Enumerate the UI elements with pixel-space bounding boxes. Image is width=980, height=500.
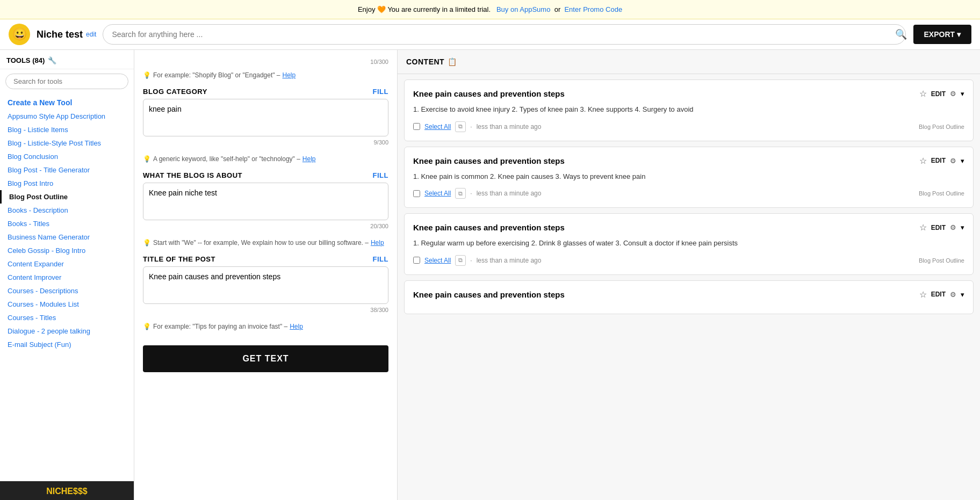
what-blog-label-row: WHAT THE BLOG IS ABOUT FILL <box>143 171 388 179</box>
sidebar-item-courses-desc[interactable]: Courses - Descriptions <box>0 284 134 298</box>
card-2-select-all[interactable]: Select All <box>424 190 451 197</box>
sidebar-item-blog-post-intro[interactable]: Blog Post Intro <box>0 177 134 190</box>
blog-category-hint-text: A generic keyword, like "self-help" or "… <box>153 155 300 163</box>
middle-panel: 10/300 💡 For example: "Shopify Blog" or … <box>134 50 398 500</box>
what-blog-label: WHAT THE BLOG IS ABOUT <box>143 171 242 179</box>
sidebar-item-content-improver[interactable]: Content Improver <box>0 271 134 284</box>
sidebar-item-content-expander[interactable]: Content Expander <box>0 257 134 271</box>
buy-appsumo-link[interactable]: Buy on AppSumo <box>496 5 550 13</box>
tools-label: TOOLS (84) <box>6 56 45 64</box>
sidebar-item-books-description[interactable]: Books - Description <box>0 204 134 217</box>
get-text-button[interactable]: GET TEXT <box>143 345 388 372</box>
sidebar-list: Create a New Tool Appsumo Style App Desc… <box>0 93 134 481</box>
card-3-select-all[interactable]: Select All <box>424 257 451 264</box>
sidebar-item-blog-listicle[interactable]: Blog - Listicle Items <box>0 123 134 136</box>
title-hint-link[interactable]: Help <box>290 323 303 330</box>
enter-promo-link[interactable]: Enter Promo Code <box>564 5 622 13</box>
card-2-checkbox[interactable] <box>413 190 420 197</box>
card-1-title: Knee pain causes and prevention steps <box>413 89 565 98</box>
card-4-gear-icon[interactable]: ⚙ <box>950 291 956 299</box>
card-3-dropdown-icon[interactable]: ▾ <box>961 223 964 231</box>
card-2-star-icon[interactable]: ☆ <box>919 156 927 166</box>
card-2-body: 1. Knee pain is common 2. Knee pain caus… <box>413 171 964 182</box>
sidebar: TOOLS (84) 🔧 Create a New Tool Appsumo S… <box>0 50 134 500</box>
blog-category-group: BLOG CATEGORY FILL knee pain 9/300 <box>143 88 388 146</box>
what-blog-count: 20/300 <box>143 223 388 229</box>
sidebar-item-books-titles[interactable]: Books - Titles <box>0 217 134 230</box>
global-search-input[interactable] <box>103 24 905 45</box>
search-icon[interactable]: 🔍 <box>895 28 907 40</box>
card-2-footer-left: Select All ⧉ · less than a minute ago <box>413 188 541 199</box>
sidebar-item-blog-post-outline[interactable]: Blog Post Outline <box>0 190 134 204</box>
card-4-edit-button[interactable]: EDIT <box>931 291 946 298</box>
top-counter: 10/300 <box>143 59 388 65</box>
what-blog-hint-link[interactable]: Help <box>371 239 384 247</box>
card-1-body: 1. Exercise to avoid knee injury 2. Type… <box>413 104 964 115</box>
card-4-star-icon[interactable]: ☆ <box>919 289 927 300</box>
card-3-actions: ☆ EDIT ⚙ ▾ <box>919 222 964 233</box>
top-hint: 💡 For example: "Shopify Blog" or "Engadg… <box>143 71 388 79</box>
sidebar-logo: NICHE$$$ <box>0 481 134 500</box>
what-blog-hint-text: Start with "We" -- for example, We expla… <box>153 239 369 247</box>
logo: 😀 <box>9 24 30 45</box>
blog-category-input[interactable]: knee pain <box>143 99 388 136</box>
blog-category-count: 9/300 <box>143 139 388 146</box>
sidebar-item-email-subject[interactable]: E-mail Subject (Fun) <box>0 338 134 351</box>
main-layout: TOOLS (84) 🔧 Create a New Tool Appsumo S… <box>0 50 980 500</box>
title-fill[interactable]: FILL <box>373 255 388 263</box>
sidebar-item-courses-modules[interactable]: Courses - Modules List <box>0 298 134 311</box>
card-2-footer: Select All ⧉ · less than a minute ago Bl… <box>413 188 964 199</box>
card-1-footer: Select All ⧉ · less than a minute ago Bl… <box>413 121 964 132</box>
what-blog-hint: 💡 Start with "We" -- for example, We exp… <box>143 239 388 247</box>
card-1-copy-icon[interactable]: ⧉ <box>455 121 466 132</box>
sidebar-item-courses-titles[interactable]: Courses - Titles <box>0 311 134 324</box>
sidebar-item-blog-conclusion[interactable]: Blog Conclusion <box>0 150 134 163</box>
card-1-checkbox[interactable] <box>413 123 420 130</box>
blog-category-hint-link[interactable]: Help <box>302 155 316 163</box>
sidebar-item-appsumo[interactable]: Appsumo Style App Description <box>0 110 134 123</box>
sidebar-item-blog-listicle-titles[interactable]: Blog - Listicle-Style Post Titles <box>0 136 134 150</box>
card-1-type: Blog Post Outline <box>919 124 964 130</box>
export-button[interactable]: EXPORT ▾ <box>913 25 971 44</box>
top-hint-link[interactable]: Help <box>283 71 296 79</box>
sidebar-item-create-new[interactable]: Create a New Tool <box>0 96 134 110</box>
title-input[interactable]: Knee pain causes and prevention steps <box>143 266 388 304</box>
what-blog-input[interactable]: Knee pain niche test <box>143 183 388 220</box>
card-2-dropdown-icon[interactable]: ▾ <box>961 157 964 165</box>
card-1-time: less than a minute ago <box>477 123 542 131</box>
sidebar-item-blog-post-title[interactable]: Blog Post - Title Generator <box>0 163 134 177</box>
edit-link[interactable]: edit <box>86 31 96 38</box>
sidebar-item-business-name[interactable]: Business Name Generator <box>0 230 134 244</box>
blog-category-label: BLOG CATEGORY <box>143 88 207 96</box>
card-1-footer-left: Select All ⧉ · less than a minute ago <box>413 121 541 132</box>
card-1-dropdown-icon[interactable]: ▾ <box>961 90 964 98</box>
sidebar-header: TOOLS (84) 🔧 <box>0 50 134 69</box>
what-blog-fill[interactable]: FILL <box>373 171 388 179</box>
sidebar-item-celeb-gossip[interactable]: Celeb Gossip - Blog Intro <box>0 244 134 257</box>
card-4-dropdown-icon[interactable]: ▾ <box>961 291 964 299</box>
card-1-star-icon[interactable]: ☆ <box>919 89 927 99</box>
card-3-copy-icon[interactable]: ⧉ <box>455 255 466 266</box>
title-group: TITLE OF THE POST FILL Knee pain causes … <box>143 255 388 313</box>
card-2-gear-icon[interactable]: ⚙ <box>950 157 956 165</box>
card-2-edit-button[interactable]: EDIT <box>931 157 946 164</box>
sidebar-item-dialogue[interactable]: Dialogue - 2 people talking <box>0 324 134 338</box>
title-hint-text: For example: "Tips for paying an invoice… <box>153 323 287 330</box>
content-card-2: Knee pain causes and prevention steps ☆ … <box>404 147 974 208</box>
card-4-title: Knee pain causes and prevention steps <box>413 290 565 299</box>
card-2-copy-icon[interactable]: ⧉ <box>455 188 466 199</box>
card-1-gear-icon[interactable]: ⚙ <box>950 90 956 98</box>
content-card-4: Knee pain causes and prevention steps ☆ … <box>404 280 974 314</box>
sidebar-search-input[interactable] <box>5 74 128 89</box>
blog-category-fill[interactable]: FILL <box>373 88 388 96</box>
card-3-gear-icon[interactable]: ⚙ <box>950 223 956 231</box>
title-hint: 💡 For example: "Tips for paying an invoi… <box>143 323 388 330</box>
card-3-star-icon[interactable]: ☆ <box>919 222 927 233</box>
card-3-edit-button[interactable]: EDIT <box>931 224 946 231</box>
blog-category-hint: 💡 A generic keyword, like "self-help" or… <box>143 155 388 163</box>
card-1-select-all[interactable]: Select All <box>424 123 451 131</box>
card-1-edit-button[interactable]: EDIT <box>931 90 946 98</box>
site-title: Niche test <box>37 29 83 40</box>
card-3-checkbox[interactable] <box>413 257 420 264</box>
header: 😀 Niche test edit 🔍 EXPORT ▾ <box>0 19 980 50</box>
